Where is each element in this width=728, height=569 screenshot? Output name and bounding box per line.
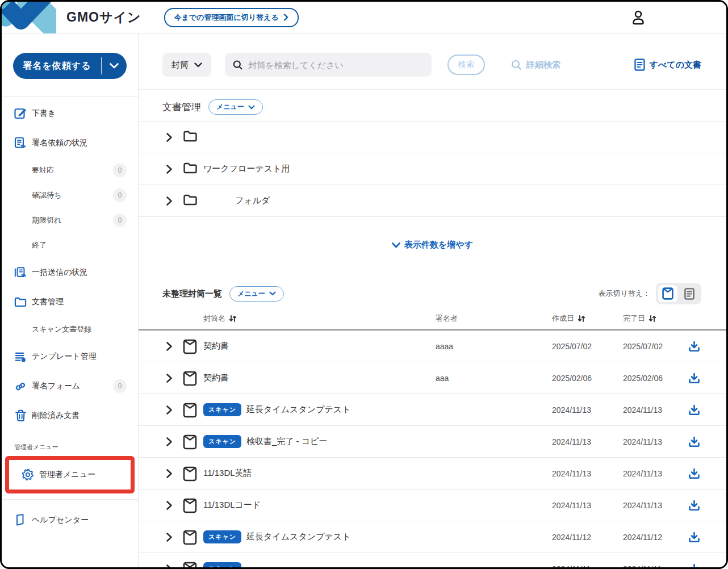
envelope-name: 延長タイムスタンプテスト [246,532,351,542]
sidebar-item[interactable]: 終了 [2,233,138,258]
sidebar-item-help-center[interactable]: ヘルプセンター [2,505,138,535]
sidebar-item[interactable]: 期限切れ0 [2,208,138,233]
sidebar-item[interactable]: 署名依頼の状況 [2,128,138,158]
sidebar-item[interactable]: 要対応0 [2,158,138,183]
expand-chevron-icon[interactable] [165,164,175,174]
sidebar-item-admin-menu[interactable]: 管理者メニュー [9,460,131,489]
count-badge: 0 [113,189,127,202]
sidebar-item[interactable]: テンプレート管理 [2,342,138,371]
download-button[interactable] [687,563,701,568]
folder-icon [183,194,198,208]
expand-chevron-icon[interactable] [165,196,175,206]
count-badge: 0 [113,379,127,393]
envelope-row[interactable]: 11/13DL英語2024/11/132024/11/13 [139,458,726,489]
envelope-table-body: 契約書aaaa2025/07/022025/07/02契約書aaa2025/02… [139,330,726,567]
envelope-icon [183,530,198,545]
all-documents-link[interactable]: すべての文書 [634,58,701,71]
envelope-row[interactable]: スキャン2024/11/112024/11/11 [139,553,726,567]
sidebar-item[interactable]: 署名フォーム0 [2,371,138,401]
switch-admin-screen-label: 今までの管理画面に切り替える [174,12,279,23]
sort-icon[interactable] [648,315,656,323]
sidebar-item[interactable]: スキャン文書登録 [2,317,138,342]
created-date-cell: 2025/07/02 [552,342,623,351]
folder-list: ワークフローテスト用フォルダ [139,122,726,217]
chevron-down-icon [194,62,202,68]
envelopes-menu-button[interactable]: メニュー [229,286,284,302]
envelope-icon [183,466,198,481]
document-view-button[interactable] [680,285,699,302]
expand-chevron-icon[interactable] [165,532,175,542]
request-signature-button[interactable]: 署名を依頼する [13,53,127,79]
show-more-link[interactable]: 表示件数を増やす [139,240,726,250]
expand-chevron-icon[interactable] [165,405,175,415]
download-button[interactable] [687,404,701,416]
download-button[interactable] [687,532,701,543]
folder-row[interactable] [139,122,726,153]
section-title: 未整理封筒一覧 [162,288,222,299]
sidebar-item-label: 要対応 [32,165,54,175]
sidebar-item-label: 削除済み文書 [32,411,80,421]
chevron-down-icon[interactable] [102,53,127,79]
sort-icon[interactable] [578,315,585,323]
sidebar-item[interactable]: 確認待ち0 [2,183,138,208]
download-button[interactable] [687,500,701,511]
folder-row[interactable]: フォルダ [139,185,726,217]
expand-chevron-icon[interactable] [165,500,175,511]
download-button[interactable] [687,436,701,447]
document-management-menu-button[interactable]: メニュー [208,99,263,115]
column-header-created: 作成日 [552,313,574,324]
created-date-cell: 2024/11/13 [552,405,623,415]
expand-chevron-icon[interactable] [165,373,175,383]
switch-admin-screen-button[interactable]: 今までの管理画面に切り替える [164,8,299,27]
envelope-row[interactable]: スキャン検収書_完了 - コピー2024/11/132024/11/13 [139,426,726,458]
envelope-row[interactable]: スキャン延長タイムスタンプテスト2024/11/122024/11/12 [139,521,726,553]
envelope-view-button[interactable] [658,285,677,302]
sidebar-item[interactable]: 下書き [2,99,138,128]
expand-chevron-icon[interactable] [165,564,175,568]
template-icon [14,350,27,363]
download-button[interactable] [687,373,701,384]
envelope-row[interactable]: スキャン延長タイムスタンプテスト2024/11/132024/11/13 [139,394,726,426]
envelope-name: 契約書 [203,373,229,383]
expand-chevron-icon[interactable] [165,132,175,143]
download-button[interactable] [687,341,701,352]
column-header-signer: 署名者 [436,313,552,324]
search-input[interactable] [248,60,424,70]
unsorted-envelopes-header: 未整理封筒一覧 メニュー 表示切り替え： [162,283,701,304]
user-account-icon[interactable] [631,10,646,26]
expand-chevron-icon[interactable] [165,341,175,352]
menu-label: メニュー [237,289,265,299]
sort-icon[interactable] [229,315,237,323]
draft-icon [14,107,27,120]
scan-badge: スキャン [203,435,241,448]
menu-label: メニュー [216,102,244,112]
completed-date-cell: 2025/02/06 [623,374,687,383]
envelope-row[interactable]: 11/13DLコード2024/11/132024/11/13 [139,489,726,521]
envelope-row[interactable]: 契約書aaa2025/02/062025/02/06 [139,362,726,394]
search-scope-dropdown[interactable]: 封筒 [162,53,211,77]
expand-chevron-icon[interactable] [165,468,175,479]
envelope-table-header: 封筒名 署名者 作成日 完了日 [139,308,726,330]
view-toggle-label: 表示切り替え： [598,288,650,299]
sidebar-nav: 下書き署名依頼の状況要対応0確認待ち0期限切れ0終了一括送信の状況文書管理スキャ… [2,97,138,430]
sidebar-item[interactable]: 一括送信の状況 [2,258,138,287]
envelope-row[interactable]: 契約書aaaa2025/07/022025/07/02 [139,330,726,362]
folder-row[interactable]: ワークフローテスト用 [139,153,726,185]
advanced-search-link[interactable]: 詳細検索 [511,60,560,70]
search-button[interactable]: 検索 [447,55,485,75]
search-scope-label: 封筒 [171,60,189,70]
admin-section-label: 管理者メニュー [2,430,138,455]
completed-date-cell: 2024/11/13 [623,469,687,478]
view-toggle-group [656,283,701,304]
expand-chevron-icon[interactable] [165,437,175,447]
sidebar-item-label: 署名依頼の状況 [32,138,87,148]
sidebar-item[interactable]: 削除済み文書 [2,401,138,430]
envelope-name: 検収書_完了 - コピー [246,436,327,447]
download-button[interactable] [687,468,701,479]
created-date-cell: 2024/11/13 [552,501,623,510]
folder-name: フォルダ [235,195,270,206]
sidebar-item[interactable]: 文書管理 [2,287,138,317]
sidebar-item-label: 文書管理 [32,297,64,307]
envelope-name: 11/13DLコード [203,500,261,511]
chevron-down-icon [248,105,255,110]
